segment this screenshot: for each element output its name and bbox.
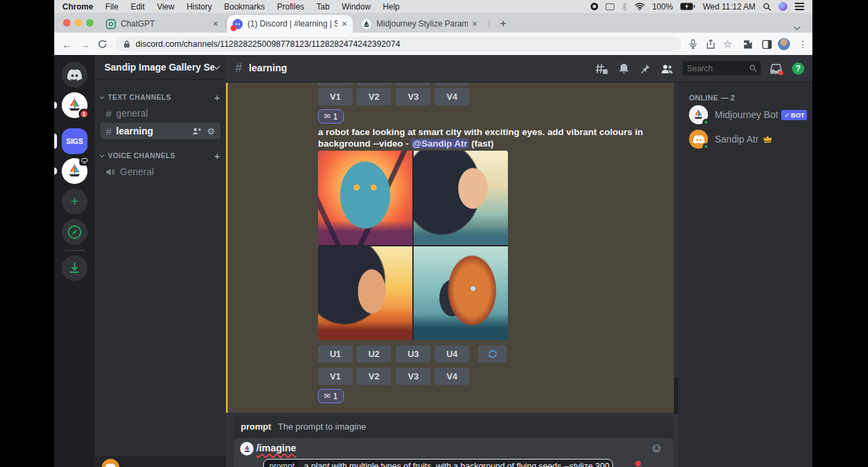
slash-command-text[interactable]: /imagine: [256, 443, 296, 453]
traffic-light-close[interactable]: [63, 19, 71, 26]
messages-scroll-area[interactable]: V1 V2 V3 V4 ✉ 1 a robot face looking at …: [226, 83, 674, 413]
spotlight-search-icon[interactable]: [763, 3, 771, 11]
macos-menubar: Chrome File Edit View History Bookmarks …: [54, 0, 812, 13]
tab-search-chevron-icon[interactable]: [795, 20, 800, 32]
add-server-button[interactable]: +: [62, 189, 87, 214]
forward-icon[interactable]: →: [77, 37, 92, 52]
server-icon-sigs[interactable]: SIGS: [62, 128, 87, 154]
grid-image-4[interactable]: [414, 246, 508, 341]
side-panel-icon[interactable]: [760, 37, 774, 51]
envelope-reaction[interactable]: ✉ 1: [318, 389, 344, 403]
server-header[interactable]: Sandip Image Gallery Se...: [95, 55, 226, 80]
channel-general[interactable]: # general: [100, 105, 220, 122]
upscale-button-u1[interactable]: U1: [318, 345, 353, 362]
user-avatar[interactable]: [102, 459, 119, 467]
reroll-button[interactable]: [478, 345, 507, 362]
upscale-button-u3[interactable]: U3: [396, 345, 431, 362]
explore-servers-button[interactable]: [62, 219, 87, 245]
member-avatar[interactable]: [689, 130, 708, 149]
member-row-sandip-atr[interactable]: Sandip Atr: [684, 128, 807, 151]
menu-profiles[interactable]: Profiles: [277, 2, 304, 12]
text-channels-section[interactable]: TEXT CHANNELS +: [100, 92, 220, 102]
menu-view[interactable]: View: [157, 2, 174, 12]
menubar-app-name[interactable]: Chrome: [62, 2, 93, 12]
grid-image-3[interactable]: [318, 246, 412, 341]
variation-button-v3[interactable]: V3: [396, 88, 431, 105]
server-icon-sailboat-1[interactable]: 1: [62, 92, 87, 118]
voice-channels-section[interactable]: VOICE CHANNELS +: [100, 150, 220, 161]
address-bar[interactable]: discord.com/channels/1128282250098778123…: [115, 37, 682, 52]
tab-chatgpt[interactable]: ChatGPT ×: [100, 15, 224, 33]
menu-tab[interactable]: Tab: [317, 2, 330, 12]
message-composer[interactable]: /imagine ☺ prompt a plant with multiple …: [234, 438, 673, 467]
profile-avatar[interactable]: [777, 37, 791, 51]
command-option-field[interactable]: prompt a plant with multiple types of fr…: [263, 459, 613, 467]
wifi-icon[interactable]: [635, 3, 645, 10]
discord-home-button[interactable]: [62, 62, 87, 88]
emoji-picker-icon[interactable]: ☺: [650, 441, 663, 455]
option-value[interactable]: a plant with multiple types of fruits, w…: [304, 462, 609, 467]
tab-close-icon[interactable]: ×: [472, 18, 477, 29]
tab-close-icon[interactable]: ×: [213, 18, 218, 29]
envelope-reaction[interactable]: ✉ 1: [318, 109, 344, 124]
menu-history[interactable]: History: [186, 2, 212, 12]
slash-autocomplete-popup[interactable]: prompt The prompt to imagine: [234, 416, 673, 438]
traffic-light-zoom[interactable]: [86, 19, 94, 26]
channel-learning-active[interactable]: # learning ⚙: [100, 123, 220, 139]
member-list-icon[interactable]: [659, 61, 674, 76]
menubar-clock[interactable]: Wed 11:12 AM: [703, 2, 755, 12]
menu-window[interactable]: Window: [342, 2, 371, 12]
variation-button-v2[interactable]: V2: [357, 88, 391, 105]
channel-settings-gear-icon[interactable]: ⚙: [207, 126, 215, 136]
siri-icon[interactable]: [778, 2, 787, 11]
reload-icon[interactable]: [95, 37, 110, 52]
control-center-icon[interactable]: [795, 3, 804, 10]
bluetooth-icon[interactable]: [622, 3, 627, 11]
variation-button-v4[interactable]: V4: [435, 88, 469, 105]
variation-button-v1[interactable]: V1: [318, 88, 353, 105]
voice-channel-general[interactable]: General: [100, 164, 220, 180]
tab-midjourney[interactable]: Midjourney Stylize Parameter ×: [356, 15, 483, 33]
traffic-light-minimize[interactable]: [75, 19, 82, 26]
invite-people-icon[interactable]: [192, 127, 201, 135]
back-icon[interactable]: ←: [60, 37, 75, 52]
search-box[interactable]: [683, 61, 761, 75]
member-avatar[interactable]: [689, 105, 708, 124]
screen-record-icon[interactable]: [591, 3, 598, 10]
tab-discord-active[interactable]: (1) Discord | #learning | Sandip ×: [227, 15, 353, 33]
variation-button-v2[interactable]: V2: [357, 368, 391, 385]
create-channel-plus-icon[interactable]: +: [214, 150, 220, 162]
autocomplete-option[interactable]: prompt: [241, 422, 271, 432]
member-row-midjourney-bot[interactable]: Midjourney Bot ✓ BOT: [684, 103, 807, 126]
pinned-messages-icon[interactable]: [637, 61, 652, 76]
display-mirroring-icon[interactable]: [606, 3, 614, 10]
threads-icon[interactable]: [594, 61, 609, 76]
menu-help[interactable]: Help: [383, 2, 400, 12]
bookmark-star-icon[interactable]: ☆: [721, 37, 734, 51]
notifications-bell-icon[interactable]: [616, 61, 631, 76]
create-channel-plus-icon[interactable]: +: [214, 92, 220, 103]
user-mention[interactable]: @Sandip Atr: [411, 138, 469, 149]
midjourney-image-grid[interactable]: [318, 151, 508, 340]
help-icon[interactable]: ?: [791, 61, 806, 76]
mic-icon[interactable]: [686, 37, 700, 51]
menu-edit[interactable]: Edit: [131, 2, 145, 12]
menu-file[interactable]: File: [105, 2, 118, 12]
grid-image-2[interactable]: [414, 151, 508, 245]
tab-close-icon[interactable]: ×: [342, 18, 347, 29]
variation-button-v3[interactable]: V3: [396, 368, 431, 385]
variation-button-v4[interactable]: V4: [435, 368, 469, 385]
share-icon[interactable]: [704, 37, 717, 51]
server-icon-sailboat-2[interactable]: [62, 158, 87, 184]
download-apps-button[interactable]: [62, 255, 87, 281]
variation-button-v1[interactable]: V1: [318, 368, 353, 385]
inbox-icon[interactable]: [768, 61, 783, 76]
grid-image-1[interactable]: [318, 151, 412, 245]
menu-bookmarks[interactable]: Bookmarks: [224, 2, 265, 12]
upscale-button-u4[interactable]: U4: [435, 345, 469, 362]
chrome-menu-kebab-icon[interactable]: ⋮: [796, 37, 810, 51]
new-tab-button[interactable]: +: [494, 15, 513, 33]
search-input[interactable]: [687, 64, 749, 73]
upscale-button-u2[interactable]: U2: [357, 345, 391, 362]
extensions-icon[interactable]: [741, 37, 755, 51]
